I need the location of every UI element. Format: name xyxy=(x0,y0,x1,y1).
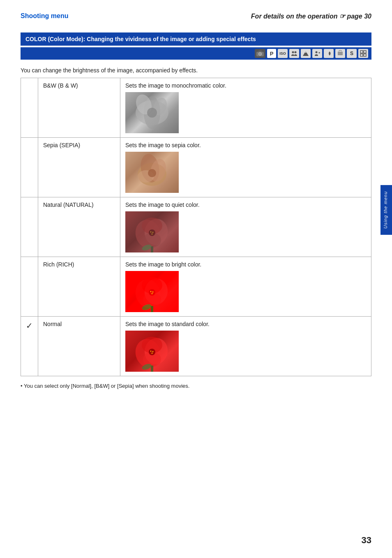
mode-name: Normal xyxy=(38,317,120,376)
bw-image xyxy=(125,92,179,133)
natural-image xyxy=(125,211,179,252)
check-cell xyxy=(21,138,38,197)
page-header: Shooting menu For details on the operati… xyxy=(21,12,371,20)
checkmark-icon: ✓ xyxy=(26,321,33,330)
p-mode-icon: P xyxy=(267,49,276,58)
svg-point-52 xyxy=(150,351,152,352)
person-star-icon: ✦ xyxy=(312,49,322,58)
svg-point-8 xyxy=(316,51,318,53)
svg-rect-14 xyxy=(364,51,366,53)
iso-icon: ISO xyxy=(278,49,288,58)
check-cell xyxy=(21,257,38,317)
svg-rect-45 xyxy=(151,306,153,312)
color-modes-table: B&W (B & W) Sets the image to monochroma… xyxy=(21,78,371,376)
svg-point-51 xyxy=(149,349,155,355)
svg-rect-55 xyxy=(151,366,153,372)
svg-point-34 xyxy=(152,234,153,235)
svg-rect-13 xyxy=(360,51,363,53)
svg-point-41 xyxy=(149,289,155,296)
side-tab: Using the menu xyxy=(380,185,392,235)
check-cell: ✓ xyxy=(21,317,38,376)
svg-text:✦: ✦ xyxy=(318,51,321,54)
mode-name: B&W (B & W) xyxy=(38,78,120,138)
svg-point-26 xyxy=(148,169,156,177)
mode-name: Natural (NATURAL) xyxy=(38,197,120,257)
mode-desc: Sets the image to standard color. xyxy=(120,317,371,376)
svg-point-33 xyxy=(152,232,154,233)
rich-image xyxy=(125,271,179,312)
grid-icon xyxy=(358,49,368,58)
operation-label: For details on the operation ☞ page 30 xyxy=(251,12,371,20)
table-row: B&W (B & W) Sets the image to monochroma… xyxy=(21,78,371,138)
table-row: Rich (RICH) Sets the image to bright col… xyxy=(21,257,371,317)
mode-desc: Sets the image to sepia color. xyxy=(120,138,371,197)
camera-icon xyxy=(255,49,265,58)
intro-text: You can change the brightness of the ima… xyxy=(21,67,371,74)
svg-point-31 xyxy=(149,229,155,236)
svg-point-5 xyxy=(295,51,297,53)
shooting-menu-label: Shooting menu xyxy=(21,12,68,20)
page-number: 33 xyxy=(362,535,371,546)
check-cell xyxy=(21,78,38,138)
table-row: Sepia (SEPIA) Sets the image to sepia co… xyxy=(21,138,371,197)
sepia-image xyxy=(125,152,179,193)
section-title-bar: COLOR (Color Mode): Changing the vividne… xyxy=(21,32,371,46)
svg-rect-16 xyxy=(364,54,366,56)
icons-bar: P ISO ✦ xyxy=(21,47,371,60)
svg-rect-1 xyxy=(258,51,262,52)
normal-image xyxy=(125,331,179,372)
svg-marker-7 xyxy=(305,51,307,53)
mode-desc: Sets the image to quiet color. xyxy=(120,197,371,257)
mode-desc: Sets the image to bright color. xyxy=(120,257,371,317)
check-cell xyxy=(21,197,38,257)
svg-point-3 xyxy=(260,53,261,55)
svg-point-4 xyxy=(292,51,294,53)
mode-name: Rich (RICH) xyxy=(38,257,120,317)
s-icon: S xyxy=(347,49,357,58)
svg-point-42 xyxy=(150,291,152,292)
table-row: Natural (NATURAL) Sets the image to quie… xyxy=(21,197,371,257)
svg-rect-15 xyxy=(360,54,363,56)
mode-desc: Sets the image to monochromatic color. xyxy=(120,78,371,138)
svg-point-43 xyxy=(152,292,154,293)
table-row: ✓ Normal Sets the image to standard colo… xyxy=(21,317,371,376)
people-icon xyxy=(289,49,299,58)
svg-point-44 xyxy=(152,293,153,294)
svg-point-54 xyxy=(152,353,153,354)
svg-point-32 xyxy=(150,232,152,233)
svg-point-53 xyxy=(152,351,154,352)
mode-name: Sepia (SEPIA) xyxy=(38,138,120,197)
scene-icon xyxy=(335,49,345,58)
mountain-icon xyxy=(301,49,311,58)
svg-point-21 xyxy=(147,108,157,118)
footer-note: • You can select only [Normal], [B&W] or… xyxy=(21,383,371,389)
svg-rect-35 xyxy=(151,246,153,252)
moon-icon xyxy=(324,49,334,58)
